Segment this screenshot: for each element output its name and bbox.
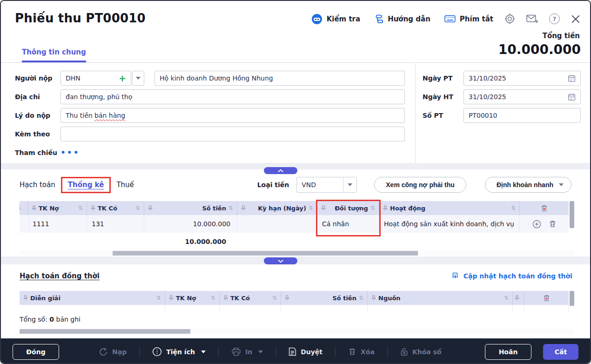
pin-icon[interactable] [91, 205, 95, 211]
sort-icon[interactable]: ⇅ [211, 295, 215, 301]
sort-icon[interactable]: ⇅ [359, 295, 363, 301]
pin-icon[interactable] [383, 205, 388, 211]
delete-row-icon[interactable] [549, 220, 557, 228]
add-payer-icon[interactable]: + [119, 74, 126, 83]
cell-credit-account[interactable]: 131 [87, 215, 144, 233]
update-simultaneous-link[interactable]: Cập nhật hạch toán đồng thời [451, 272, 572, 280]
check-button[interactable]: Kiểm tra [311, 13, 360, 25]
cell-subject[interactable]: Cá nhân [317, 215, 379, 233]
add-row-icon[interactable] [532, 220, 541, 229]
column-header-debit-account[interactable]: TK Nợ ⇅ [165, 291, 220, 305]
payer-name-field[interactable]: Hộ kinh doanh Dương Hồng Nhung [154, 71, 405, 86]
table2-vertical-scrollbar[interactable] [570, 291, 574, 306]
column-header-description[interactable]: Diễn giải ⇅ [20, 291, 165, 305]
pin-icon[interactable] [148, 205, 153, 211]
address-row: Địa chỉ đan thượng, phú thọ [15, 89, 405, 104]
form-right-column: Ngày PT 31/10/2025 Ngày HT 31/10/2025 [415, 63, 590, 163]
print-button[interactable]: In [231, 347, 263, 356]
tab-accounting[interactable]: Hạch toán [20, 181, 55, 189]
sort-icon[interactable]: ⇅ [78, 205, 83, 211]
sort-icon[interactable]: ⇅ [135, 205, 140, 211]
update-download-icon [451, 272, 459, 280]
currency-select[interactable]: VND [296, 177, 357, 193]
cell-term[interactable] [237, 215, 317, 233]
quick-entry-button[interactable]: Định khoản nhanh [485, 177, 571, 193]
collapse-up-button[interactable] [264, 167, 297, 174]
sort-icon[interactable]: ⇅ [504, 295, 509, 301]
tab-tax[interactable]: Thuế [116, 181, 134, 189]
pin-icon[interactable] [241, 205, 246, 211]
close-button[interactable]: Đóng [13, 344, 59, 360]
simultaneous-title[interactable]: Hạch toán đồng thời [20, 272, 100, 280]
table-row[interactable]: 1111 131 10.000.000 Cá nhân Hoạt động sả… [20, 215, 569, 233]
calendar-icon[interactable] [568, 74, 576, 82]
collapse-down-button[interactable] [264, 257, 297, 264]
delete-button[interactable]: Xóa [348, 347, 375, 356]
reason-field[interactable]: Thu tiền bán hàng [60, 108, 405, 123]
payer-dropdown-button[interactable] [132, 71, 144, 86]
approve-button[interactable]: Duyệt [289, 347, 322, 356]
general-info-form: Người nộp DHN + Hộ kinh doanh Dương Hồng… [1, 63, 590, 163]
tab-general-info[interactable]: Thông tin chung [22, 48, 86, 62]
scrollbar-thumb[interactable] [113, 251, 418, 256]
column-header-credit-account[interactable]: TK Có ⇅ [87, 201, 144, 215]
save-button[interactable]: Cất [543, 344, 578, 360]
view-receivable-button[interactable]: Xem công nợ phải thu [374, 177, 466, 193]
column-header-subject[interactable]: Đối tượng ⇅ [317, 201, 379, 215]
sort-icon[interactable]: ⇅ [20, 205, 21, 211]
column-header-credit-account[interactable]: TK Có ⇅ [220, 291, 281, 305]
pin-icon[interactable] [371, 295, 376, 301]
column-header-debit-account[interactable]: TK Nợ ⇅ [28, 201, 87, 215]
receipt-voucher-window: Phiếu thu PT00010 Kiểm tra Hướng dẫn [0, 0, 591, 364]
reference-more-icon[interactable]: ••• [60, 148, 80, 157]
calendar-icon[interactable] [568, 93, 576, 101]
shortcut-button[interactable]: Phím tắt [444, 15, 493, 23]
column-header-delete-all[interactable] [520, 201, 569, 215]
table1-horizontal-scrollbar[interactable] [20, 251, 574, 256]
table1-vertical-scrollbar[interactable] [570, 201, 574, 228]
pin-icon[interactable] [223, 295, 228, 301]
guide-button[interactable]: Hướng dẫn [374, 14, 430, 24]
sort-icon[interactable]: ⇅ [370, 205, 375, 211]
cell-debit-account[interactable]: 1111 [28, 215, 87, 233]
column-header-amount[interactable]: Số tiền ⇅ [281, 291, 368, 305]
delete-all-rows-icon[interactable] [543, 294, 551, 302]
pin-icon[interactable] [169, 295, 174, 301]
help-icon[interactable]: ? [549, 13, 560, 24]
lock-period-button[interactable]: Khóa sổ [400, 347, 442, 356]
column-header-amount[interactable]: Số tiền ⇅ [144, 201, 237, 215]
sort-icon[interactable]: ⇅ [272, 295, 277, 301]
send-mail-icon[interactable] [526, 14, 538, 24]
pin-icon[interactable] [321, 205, 326, 211]
column-header-term[interactable]: Kỳ hạn (Ngày) ⇅ [237, 201, 317, 215]
attachment-field[interactable] [60, 127, 405, 142]
column-header-frozen[interactable] [513, 291, 524, 305]
pin-icon[interactable] [32, 205, 36, 211]
column-header-source[interactable]: Nguồn ⇅ [368, 291, 513, 305]
cell-amount[interactable]: 10.000.000 [144, 215, 237, 233]
payer-code-field[interactable]: DHN + [60, 71, 131, 86]
pin-icon[interactable] [23, 295, 28, 301]
cell-activity[interactable]: Hoạt động sản xuất kinh doanh, dịch vụ [379, 215, 520, 233]
close-window-icon[interactable] [571, 14, 581, 24]
pin-icon[interactable] [285, 295, 289, 301]
settings-gear-icon[interactable] [504, 13, 516, 25]
delete-all-rows-icon[interactable] [540, 204, 548, 212]
receipt-no-field[interactable]: PT00010 [463, 108, 581, 123]
posting-date-field[interactable]: 31/10/2025 [463, 89, 581, 104]
table2-horizontal-scrollbar[interactable] [20, 329, 574, 334]
address-field[interactable]: đan thượng, phú thọ [60, 89, 405, 104]
receipt-date-field[interactable]: 31/10/2025 [463, 71, 581, 86]
reload-button[interactable]: Nạp [99, 347, 127, 357]
sort-icon[interactable]: ⇅ [156, 295, 161, 301]
sort-icon[interactable]: ⇅ [228, 205, 233, 211]
postpone-button[interactable]: Hoãn [485, 344, 531, 360]
sort-icon[interactable]: ⇅ [511, 205, 516, 211]
column-header-frozen[interactable]: ⇅ [20, 201, 28, 215]
scrollbar-thumb[interactable] [20, 329, 190, 334]
tab-statistics[interactable]: Thống kê [68, 181, 104, 189]
utilities-button[interactable]: Tiện ích [152, 347, 206, 357]
column-header-delete-all[interactable] [524, 291, 569, 305]
sort-icon[interactable]: ⇅ [309, 205, 313, 211]
column-header-activity[interactable]: Hoạt động ⇅ [379, 201, 520, 215]
